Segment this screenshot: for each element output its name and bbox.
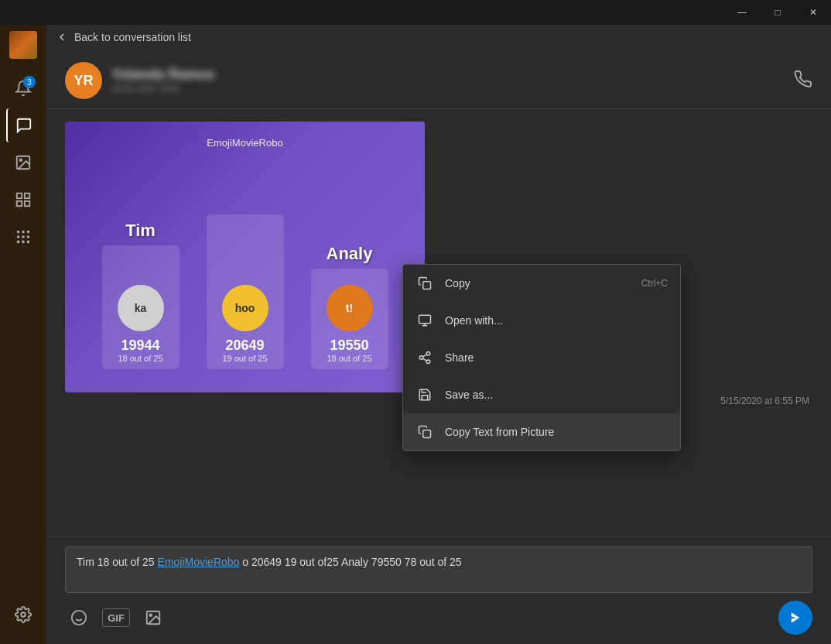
score-num-hoo: 20649 [225, 337, 264, 354]
context-menu: Copy Ctrl+C Open with... [402, 264, 681, 451]
chat-input-area: Tim 18 out of 25 EmojiMovieRobo o 20649 … [46, 536, 831, 644]
svg-point-30 [149, 614, 152, 616]
svg-line-24 [422, 355, 426, 357]
open-with-icon [416, 311, 434, 330]
svg-rect-5 [25, 201, 29, 206]
score-sub-hoo: 19 out of 25 [222, 354, 267, 363]
copy-icon [416, 274, 434, 293]
svg-line-23 [422, 358, 426, 361]
title-bar: — □ ✕ [0, 0, 831, 25]
score-num-tim: 19944 [121, 337, 159, 354]
context-copy-label: Copy [445, 277, 470, 289]
call-button[interactable] [794, 70, 812, 92]
svg-rect-3 [25, 194, 29, 198]
minimize-button[interactable]: — [724, 0, 760, 25]
score-block-analy: Analy t! 19550 18 out of 25 [311, 244, 388, 369]
message-input[interactable]: Tim 18 out of 25 EmojiMovieRobo o 20649 … [65, 546, 812, 593]
sidebar-item-settings[interactable] [6, 598, 40, 632]
svg-rect-4 [17, 201, 22, 206]
score-block-tim: Tim ka 19944 18 out of 25 [102, 221, 180, 369]
sidebar-item-messages[interactable] [6, 108, 40, 142]
share-icon [416, 348, 434, 367]
sidebar-item-notifications[interactable]: 3 [6, 71, 40, 105]
svg-point-9 [18, 236, 19, 238]
svg-rect-25 [423, 430, 431, 438]
context-menu-copy[interactable]: Copy Ctrl+C [403, 265, 680, 302]
close-button[interactable]: ✕ [795, 0, 831, 25]
game-label: EmojiMovieRobo [207, 137, 282, 149]
sidebar-item-photos[interactable] [6, 146, 40, 180]
input-actions: GIF [65, 601, 812, 635]
context-menu-save-as[interactable]: Save as... [403, 376, 680, 413]
message-timestamp: 5/15/2020 at 6:55 PM [720, 396, 809, 406]
svg-point-20 [426, 352, 430, 356]
svg-point-14 [28, 242, 29, 243]
context-menu-share[interactable]: Share [403, 339, 680, 376]
svg-point-1 [19, 159, 22, 161]
context-menu-copy-text[interactable]: Copy Text from Picture [403, 413, 680, 450]
svg-point-8 [28, 231, 29, 233]
user-avatar[interactable] [9, 31, 37, 59]
title-bar-controls: — □ ✕ [724, 0, 831, 25]
player-name-tim: Tim [125, 221, 156, 241]
contact-header: YR Yolanda Ramos (623) 456-7891 [46, 62, 831, 109]
contact-name: Yolanda Ramos [111, 67, 785, 83]
svg-point-22 [426, 360, 430, 364]
gif-button[interactable]: GIF [102, 608, 130, 627]
main-panel: Back to conversation list YR Yolanda Ram… [46, 25, 831, 644]
context-copy-shortcut: Ctrl+C [641, 278, 668, 289]
contact-phone: (623) 456-7891 [111, 83, 785, 94]
back-arrow-icon [56, 31, 68, 43]
score-circle-analy: t! [327, 285, 373, 331]
image-attach-button[interactable] [139, 604, 167, 632]
svg-point-6 [18, 231, 19, 233]
svg-point-12 [18, 242, 19, 243]
svg-point-10 [22, 236, 24, 238]
context-save-label: Save as... [445, 389, 493, 401]
sidebar-item-apps[interactable] [6, 183, 40, 217]
svg-point-7 [22, 231, 24, 233]
svg-rect-17 [419, 315, 431, 324]
score-circle-tim: ka [118, 285, 164, 331]
svg-rect-2 [17, 194, 22, 198]
send-button[interactable] [778, 601, 812, 635]
svg-point-13 [22, 242, 24, 243]
score-sub-tim: 18 out of 25 [118, 354, 162, 363]
back-link[interactable]: Back to conversation list [56, 31, 191, 43]
back-link-label: Back to conversation list [74, 31, 191, 43]
player-name-analy: Analy [327, 244, 373, 264]
svg-point-21 [419, 356, 423, 360]
chat-body: EmojiMovieRobo Tim ka 19944 18 out of 25 [46, 109, 831, 536]
emoji-button[interactable] [65, 604, 93, 632]
score-sub-analy: 18 out of 25 [327, 354, 371, 363]
context-open-label: Open with... [445, 314, 503, 327]
contact-info: Yolanda Ramos (623) 456-7891 [111, 67, 785, 94]
notification-badge: 3 [23, 76, 36, 88]
svg-point-26 [72, 611, 86, 625]
maximize-button[interactable]: □ [760, 0, 795, 25]
highlighted-word: EmojiMovieRobo [158, 556, 240, 568]
sidebar: 3 [0, 0, 46, 644]
context-menu-open-with[interactable]: Open with... [403, 302, 680, 339]
copy-text-icon [416, 423, 434, 441]
score-circle-hoo: hoo [222, 285, 268, 331]
score-block-hoo: - hoo 20649 19 out of 25 [207, 190, 284, 369]
sidebar-item-grid[interactable] [6, 220, 40, 254]
svg-point-11 [28, 236, 29, 238]
context-share-label: Share [445, 351, 474, 364]
score-num-analy: 19550 [330, 337, 368, 354]
save-as-icon [416, 385, 434, 404]
svg-rect-16 [423, 282, 431, 289]
context-copy-text-label: Copy Text from Picture [445, 426, 554, 438]
contact-avatar: YR [65, 62, 102, 99]
message-image[interactable]: EmojiMovieRobo Tim ka 19944 18 out of 25 [65, 122, 425, 392]
svg-point-15 [21, 612, 26, 617]
svg-marker-31 [792, 612, 800, 623]
